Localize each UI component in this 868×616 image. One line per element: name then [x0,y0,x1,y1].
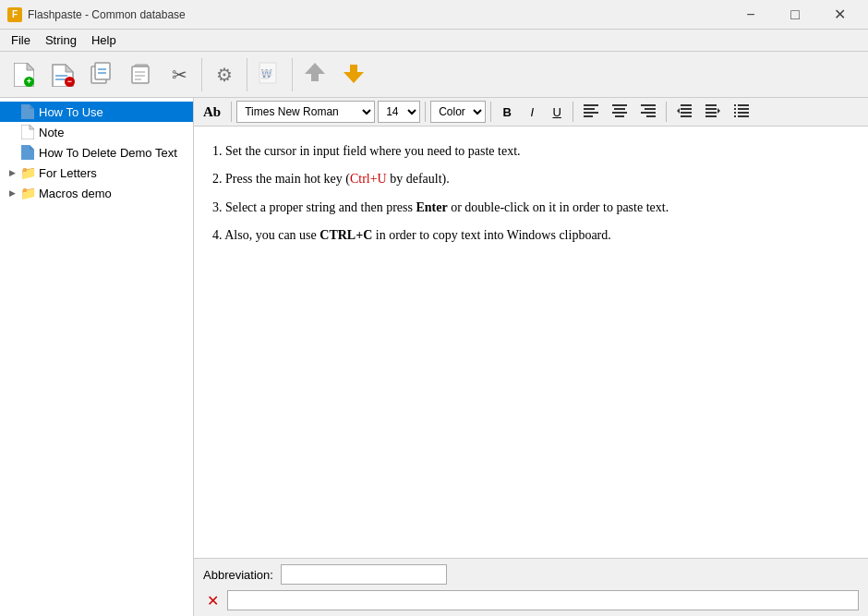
align-center-button[interactable] [607,101,633,123]
move-up-button[interactable] [296,56,333,93]
svg-rect-35 [614,108,625,110]
list-icon [734,104,749,120]
svg-rect-53 [738,104,749,106]
sidebar-item-how-to-use[interactable]: How To Use [0,102,193,122]
fmt-sep-1 [231,102,232,122]
main-area: How To Use Note How To Delete Demo Text [0,98,868,616]
folder-icon-for-letters: 📁 [20,165,35,180]
menu-file[interactable]: File [4,31,38,49]
close-button[interactable]: ✕ [818,0,861,30]
sidebar-item-macros-demo[interactable]: ▶ 📁 Macros demo [0,183,193,203]
svg-rect-18 [261,74,272,76]
cut-button[interactable]: ✂ [161,56,198,93]
svg-rect-30 [584,104,598,106]
maximize-button[interactable]: □ [774,0,816,30]
svg-rect-40 [641,112,656,114]
indent-increase-icon [705,104,720,120]
svg-rect-21 [311,74,319,81]
fmt-sep-2 [425,102,426,122]
separator-2 [247,58,247,91]
svg-rect-47 [705,104,717,106]
list-button[interactable] [729,101,754,123]
sidebar: How To Use Note How To Delete Demo Text [0,98,194,616]
color-select[interactable]: Color [430,101,486,123]
folder-icon-macros-demo: 📁 [20,186,35,200]
svg-rect-36 [612,112,627,114]
svg-rect-44 [681,112,692,114]
svg-rect-50 [705,115,717,117]
fmt-sep-5 [666,102,667,122]
search-input[interactable] [227,590,859,610]
svg-rect-56 [734,112,736,114]
doc-icon-note [20,125,35,139]
main-toolbar: + − [0,52,868,98]
expander-how-to-delete [6,146,18,159]
sidebar-item-how-to-delete[interactable]: How To Delete Demo Text [0,142,193,163]
svg-rect-59 [738,115,749,117]
svg-rect-42 [681,104,692,106]
font-size-select[interactable]: 14 8 10 12 16 18 [378,101,420,123]
svg-rect-7 [95,63,110,79]
sidebar-item-for-letters[interactable]: ▶ 📁 For Letters [0,163,193,183]
scissors-icon: ✂ [172,64,187,86]
indent-increase-button[interactable] [700,101,726,123]
svg-rect-41 [646,115,656,117]
window-title: Flashpaste - Common database [28,8,729,21]
svg-rect-52 [734,104,736,106]
align-right-button[interactable] [635,101,661,123]
edit-icon: − [51,63,75,87]
fmt-sep-3 [490,102,491,122]
cancel-button[interactable]: ✕ [203,591,222,610]
editor-line-1: 1. Set the cursor in input field where y… [212,141,850,162]
svg-marker-20 [305,63,325,74]
svg-rect-49 [705,112,717,114]
sidebar-label-for-letters: For Letters [39,166,97,180]
separator-1 [201,58,202,91]
indent-decrease-button[interactable] [671,101,697,123]
paste-icon [128,61,152,88]
sidebar-item-note[interactable]: Note [0,122,193,142]
doc-icon-how-to-use [20,104,35,119]
word-icon: W [258,61,282,88]
svg-rect-55 [738,108,749,110]
window-controls: − □ ✕ [729,0,861,30]
align-left-button[interactable] [578,101,604,123]
new-icon: + [14,63,34,87]
word-button[interactable]: W [251,56,288,93]
svg-rect-57 [738,112,749,114]
menu-string[interactable]: String [38,31,84,49]
align-left-icon [584,104,598,120]
app-icon: F [7,7,22,22]
svg-marker-51 [717,108,720,114]
svg-marker-25 [30,104,34,109]
abbreviation-label: Abbreviation: [203,568,273,582]
svg-rect-17 [261,70,272,72]
sample-text-button[interactable]: Ab [198,101,226,123]
expander-note [6,126,18,139]
abbreviation-input[interactable] [281,564,447,585]
new-button[interactable]: + [6,56,42,93]
indent-decrease-icon [677,104,692,120]
expander-macros-demo: ▶ [6,187,18,199]
svg-rect-11 [132,66,149,83]
svg-marker-3 [66,65,73,72]
doc-icon-how-to-delete [20,145,35,160]
settings-button[interactable]: ⚙ [206,56,243,93]
arrow-up-icon [303,59,327,90]
svg-rect-43 [681,108,692,110]
editor-line-2: 2. Press the main hot key (Ctrl+U by def… [212,169,850,189]
font-family-select[interactable]: Times New Roman Arial Courier New [236,101,375,123]
minimize-button[interactable]: − [729,0,772,30]
move-down-button[interactable] [335,56,372,93]
italic-button[interactable]: I [521,101,543,123]
svg-marker-24 [21,104,34,119]
svg-rect-34 [612,104,627,106]
bold-button[interactable]: B [496,101,518,123]
edit-button[interactable]: − [44,56,81,93]
underline-button[interactable]: U [546,101,568,123]
editor-area[interactable]: 1. Set the cursor in input field where y… [194,127,868,558]
paste-button[interactable] [122,56,159,93]
menu-help[interactable]: Help [84,31,124,49]
svg-rect-37 [615,115,624,117]
copy-button[interactable] [83,56,120,93]
